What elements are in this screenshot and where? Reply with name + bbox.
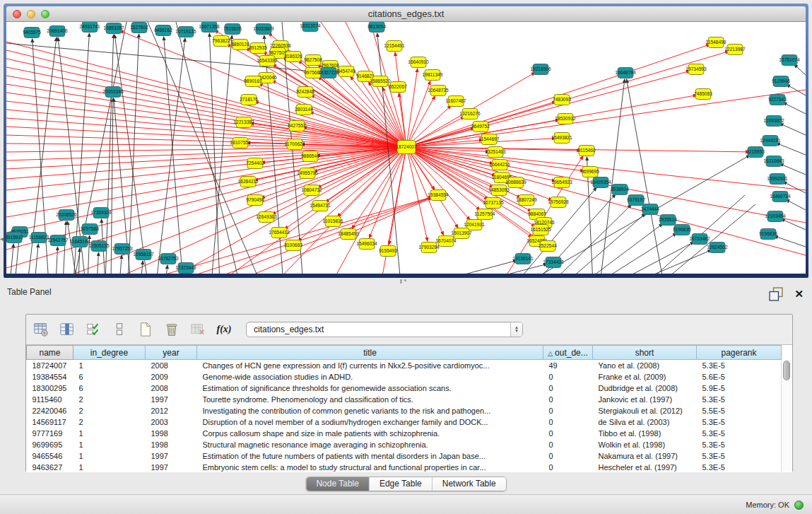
- graph-node[interactable]: 12444191: [760, 136, 781, 146]
- table-row[interactable]: 1456911722003Disruption of a novel membe…: [27, 416, 782, 428]
- graph-node[interactable]: 10853287: [103, 23, 124, 34]
- graph-node[interactable]: 2935514: [659, 215, 677, 226]
- function-builder-icon[interactable]: f(x): [216, 321, 233, 338]
- graph-node[interactable]: 9297588: [81, 224, 99, 235]
- column-header-short[interactable]: short: [593, 346, 697, 360]
- graph-node[interactable]: 7515526: [223, 24, 242, 35]
- graph-node[interactable]: 16644216: [489, 160, 510, 170]
- network-svg[interactable]: 1872400779638228860128891293522260538982…: [6, 22, 806, 274]
- graph-node[interactable]: 17359924: [90, 208, 112, 218]
- table-row[interactable]: 1830029562008Estimation of significance …: [27, 382, 782, 394]
- table-scrollbar[interactable]: [781, 360, 792, 472]
- delete-table-icon[interactable]: [189, 321, 206, 338]
- graph-node[interactable]: 10804732: [301, 185, 322, 196]
- graph-node[interactable]: 3474444: [641, 204, 659, 215]
- graph-node[interactable]: 17903294: [418, 243, 440, 253]
- close-panel-icon[interactable]: ✕: [794, 288, 804, 300]
- graph-node[interactable]: 12505135: [88, 241, 110, 252]
- graph-node[interactable]: 16033809: [253, 24, 274, 35]
- tab-node-table[interactable]: Node Table: [306, 477, 369, 491]
- graph-node[interactable]: 18530932: [555, 114, 576, 124]
- graph-node[interactable]: 9227343: [768, 95, 787, 105]
- column-header-name[interactable]: name: [27, 346, 73, 360]
- graph-node[interactable]: 15494731: [310, 201, 331, 211]
- collapse-panel-icon[interactable]: ◂: [0, 235, 4, 243]
- table-row[interactable]: 2242004622012Investigating the contribut…: [27, 405, 782, 416]
- graph-node[interactable]: 12154491: [384, 41, 405, 52]
- graph-node[interactable]: 11607487: [446, 96, 466, 107]
- column-header-year[interactable]: year: [146, 346, 197, 360]
- graph-node[interactable]: 7483093: [553, 95, 571, 105]
- graph-node[interactable]: 7254402: [246, 158, 264, 169]
- graph-node[interactable]: 12103454: [765, 211, 786, 222]
- table-row[interactable]: 1872400712008Changes of HCN gene express…: [27, 360, 782, 371]
- graph-node[interactable]: 15885520: [370, 76, 391, 87]
- graph-node[interactable]: 15751074: [779, 55, 800, 66]
- graph-node[interactable]: 7963822: [212, 36, 230, 47]
- tab-edge-table[interactable]: Edge Table: [369, 477, 432, 491]
- graph-node[interactable]: 12213987: [724, 45, 746, 55]
- column-header-in_degree[interactable]: in_degree: [73, 346, 146, 360]
- graph-node[interactable]: 13251463: [485, 147, 506, 158]
- table-settings-icon[interactable]: [33, 321, 49, 338]
- graph-node[interactable]: 19734593: [686, 64, 707, 75]
- graph-node[interactable]: 13216276: [459, 109, 481, 119]
- graph-node[interactable]: 14136141: [512, 254, 534, 264]
- graph-node[interactable]: 8100683: [284, 240, 302, 251]
- graph-node[interactable]: 9242848: [296, 87, 314, 98]
- graph-node[interactable]: 10648735: [428, 86, 449, 96]
- row-height-icon[interactable]: [111, 321, 128, 338]
- graph-node[interactable]: 19218506: [530, 64, 551, 75]
- column-display-icon[interactable]: [59, 321, 76, 338]
- table-row[interactable]: 946554611997Estimation of the future num…: [27, 450, 782, 462]
- graph-node[interactable]: 1527602: [130, 23, 148, 33]
- graph-node[interactable]: 9115460: [577, 146, 596, 156]
- table-row[interactable]: 977716911998Corpus callosum shape and si…: [27, 428, 782, 439]
- graph-node[interactable]: 18313074: [300, 22, 321, 32]
- graph-node[interactable]: 9155493: [379, 246, 397, 257]
- network-window[interactable]: citations_edges.txt 18724007796382288601…: [4, 4, 808, 278]
- table-select-dropdown[interactable]: citations_edges.txt ▲▼: [246, 322, 523, 337]
- column-header-pagerank[interactable]: pagerank: [697, 346, 782, 360]
- graph-node[interactable]: 14955796: [297, 168, 318, 179]
- network-canvas[interactable]: 1872400779638228860128891293522260538982…: [6, 22, 806, 274]
- graph-node[interactable]: 19384554: [428, 190, 449, 201]
- graph-node[interactable]: 8454749: [337, 66, 355, 77]
- graph-node[interactable]: 16409354: [590, 177, 611, 188]
- table-row[interactable]: 911546021997Tourette syndrome. Phenomeno…: [27, 394, 782, 405]
- table-row[interactable]: 1938455462009Genome-wide association stu…: [27, 371, 782, 382]
- graph-node[interactable]: 8938924: [611, 185, 629, 195]
- graph-node[interactable]: 6466162: [154, 25, 172, 36]
- graph-node[interactable]: 8912935: [249, 43, 267, 54]
- graph-node[interactable]: 9129946: [772, 76, 790, 87]
- graph-node[interactable]: 11548498: [706, 37, 726, 48]
- create-column-icon[interactable]: [137, 321, 154, 338]
- graph-node[interactable]: 10958167: [133, 250, 154, 260]
- graph-node[interactable]: 15013907: [451, 228, 472, 239]
- graph-node[interactable]: 20691406: [47, 26, 68, 37]
- graph-node[interactable]: 24931741: [79, 22, 100, 33]
- graph-node[interactable]: 17654413: [269, 228, 290, 238]
- graph-node[interactable]: 15992931: [767, 174, 788, 185]
- graph-node[interactable]: 16648794: [615, 68, 636, 78]
- graph-node[interactable]: 10719135: [175, 27, 196, 37]
- graph-node[interactable]: 12649363: [256, 212, 277, 223]
- graph-node[interactable]: 11700624: [285, 139, 305, 150]
- graph-node[interactable]: 16284211: [238, 177, 259, 187]
- graph-node[interactable]: 20053346: [102, 87, 124, 98]
- graph-node[interactable]: 9890167: [244, 76, 262, 87]
- graph-node[interactable]: 10688639: [505, 177, 526, 188]
- delete-column-icon[interactable]: [163, 321, 180, 338]
- tab-network-table[interactable]: Network Table: [432, 477, 506, 491]
- select-attributes-icon[interactable]: [85, 321, 102, 338]
- graph-node[interactable]: 17334426: [543, 257, 564, 268]
- graph-node[interactable]: 9649752: [471, 122, 490, 132]
- graph-node[interactable]: 16782753: [158, 254, 179, 264]
- graph-node[interactable]: 12213383: [233, 117, 254, 128]
- graph-node[interactable]: 15493821: [551, 133, 572, 144]
- graph-node[interactable]: 19654923: [551, 177, 572, 188]
- column-header-out_de[interactable]: △out_de...: [543, 346, 593, 360]
- graph-node[interactable]: 6522057: [389, 82, 407, 93]
- graph-node[interactable]: 9196836: [759, 229, 777, 240]
- graph-node[interactable]: 16151525: [530, 225, 551, 235]
